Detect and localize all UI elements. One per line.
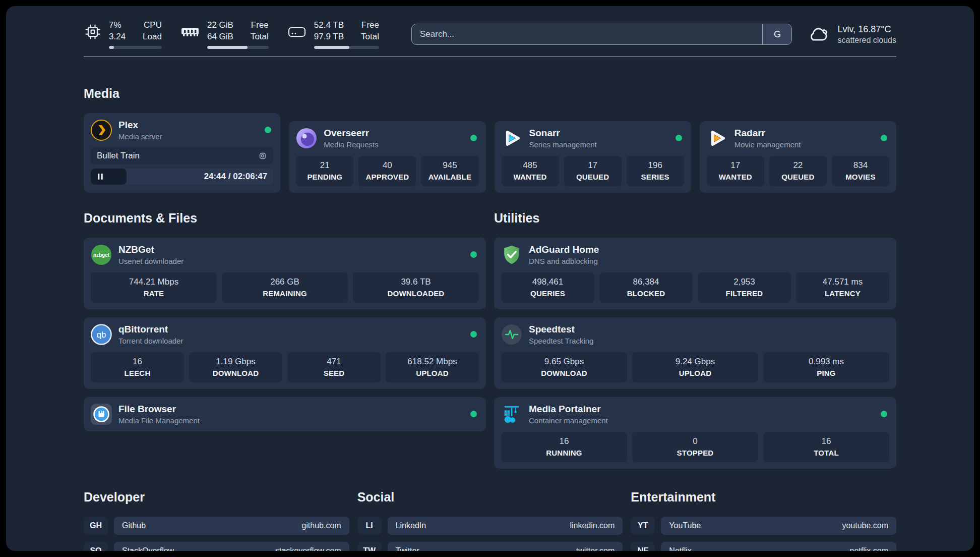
app-card-nzbget[interactable]: nzbget NZBGet Usenet downloader 744.21 M… [84,238,486,309]
cpu-label-bottom: Load [143,31,162,43]
search-bar: G [411,24,792,45]
weather-location: Lviv, 16.87°C [837,24,896,35]
disk-label-bottom: Total [361,31,379,43]
stat-tile: 47.571 ms LATENCY [796,272,889,303]
link-url: twitter.com [576,546,615,551]
app-card-adguard[interactable]: AdGuard Home DNS and adblocking 498,461 … [494,238,896,309]
ram-label-bottom: Total [251,31,269,43]
ram-icon [180,23,200,41]
pause-icon [97,173,104,180]
link-netflix[interactable]: NF Netflix netflix.com [631,542,896,551]
link-name: YouTube [669,521,701,530]
search-input[interactable] [412,29,763,39]
app-subtitle: DNS and adblocking [529,257,599,265]
playback-progress[interactable]: 24:44 / 02:06:47 [91,169,273,185]
app-name: qBittorrent [118,324,183,335]
link-abbr: TW [357,542,382,551]
app-card-plex[interactable]: Plex Media server Bullet Train [84,113,280,193]
app-card-qbittorrent[interactable]: qb qBittorrent Torrent downloader 16 LEE… [84,317,486,389]
link-url: linkedin.com [570,521,615,530]
app-card-filebrowser[interactable]: File Browser Media File Management [84,397,486,431]
link-name: Netflix [669,546,691,551]
link-youtube[interactable]: YT YouTube youtube.com [631,517,896,535]
status-dot [676,135,682,141]
link-github[interactable]: GH Github github.com [84,517,349,535]
cloud-icon [806,24,830,44]
stat-tile: 266 GB REMAINING [222,272,348,303]
section-entertainment: Entertainment YT YouTube youtube.com NF … [631,490,896,551]
section-title-entertainment: Entertainment [631,490,896,505]
ram-value-bottom: 64 GiB [207,31,233,43]
stat-tile: 834 MOVIES [832,156,889,186]
status-dot [881,411,887,417]
now-playing-title: Bullet Train [97,151,140,161]
session-settings-icon[interactable] [258,151,267,160]
link-twitter[interactable]: TW Twitter twitter.com [357,542,623,551]
weather-condition: scattered clouds [837,36,896,45]
link-url: stackoverflow.com [275,546,341,551]
app-name: Media Portainer [529,404,608,415]
link-url: netflix.com [850,546,888,551]
section-media: Media Plex Media server Bullet Train [84,86,896,193]
playback-time: 24:44 / 02:06:47 [204,172,274,182]
speedtest-icon [501,324,522,345]
link-linkedin[interactable]: LI LinkedIn linkedin.com [357,517,623,535]
stat-tile: 0.993 ms PING [763,352,889,382]
section-title-social: Social [357,490,623,505]
stat-tile: 9.24 Gbps UPLOAD [632,352,758,382]
cpu-value-bottom: 3.24 [109,31,126,43]
portainer-icon [501,404,522,425]
stat-tile: 22 QUEUED [769,156,827,186]
app-card-radarr[interactable]: Radarr Movie management 17 WANTED 22 QUE… [700,121,896,193]
section-title-utilities: Utilities [494,211,896,226]
stat-tile: 744.21 Mbps RATE [91,272,217,303]
app-subtitle: Media Requests [324,140,378,149]
status-dot [470,135,477,141]
stat-tile: 86,384 BLOCKED [599,272,693,303]
stat-tile: 39.6 TB DOWNLOADED [353,272,479,303]
app-name: Sonarr [529,128,597,139]
app-name: File Browser [118,404,200,415]
nzbget-icon: nzbget [91,244,112,265]
disk-stat: 52.4 TB 97.9 TB Free Total [287,20,379,49]
app-subtitle: Container management [529,416,608,425]
stat-tile: 16 TOTAL [763,432,889,462]
plex-icon [91,120,112,141]
app-name: Radarr [734,128,801,139]
status-dot [470,331,477,338]
app-subtitle: Torrent downloader [118,337,183,345]
stat-tile: 2,953 FILTERED [698,272,791,303]
search-engine-button[interactable]: G [762,24,791,44]
link-stackoverflow[interactable]: SO StackOverflow stackoverflow.com [84,542,349,551]
status-dot [470,411,477,417]
link-abbr: LI [357,517,382,535]
app-card-overseerr[interactable]: Overseerr Media Requests 21 PENDING 40 A… [289,121,485,193]
link-name: Twitter [396,546,419,551]
header-bar: 7% 3.24 CPU Load [84,20,896,48]
app-card-speedtest[interactable]: Speedtest Speedtest Tracking 9.65 Gbps D… [494,317,896,389]
link-abbr: GH [84,517,108,535]
filebrowser-icon [91,404,112,425]
link-url: youtube.com [842,521,888,530]
stat-tile: 471 SEED [287,352,381,382]
radarr-icon [707,128,728,149]
stat-tile: 498,461 QUERIES [501,272,594,303]
disk-progress [314,46,379,49]
section-social: Social LI LinkedIn linkedin.com TW Twitt… [357,490,623,551]
app-subtitle: Media File Management [118,416,200,425]
disk-value-top: 52.4 TB [314,20,344,31]
disk-value-bottom: 97.9 TB [314,31,344,43]
stat-tile: 1.19 Gbps DOWNLOAD [189,352,282,382]
ram-label-top: Free [251,20,269,31]
sonarr-icon [502,128,523,149]
app-card-sonarr[interactable]: Sonarr Series management 485 WANTED 17 Q… [495,121,691,193]
section-title-media: Media [84,86,896,101]
ram-stat: 22 GiB 64 GiB Free Total [180,20,269,49]
cpu-progress [109,46,162,49]
qbittorrent-icon: qb [91,324,112,345]
app-name: NZBGet [118,244,183,255]
app-card-portainer[interactable]: Media Portainer Container management 16 … [494,397,896,469]
app-subtitle: Media server [118,132,162,141]
section-developer: Developer GH Github github.com SO StackO… [84,490,349,551]
stat-tile: 945 AVAILABLE [421,156,478,186]
